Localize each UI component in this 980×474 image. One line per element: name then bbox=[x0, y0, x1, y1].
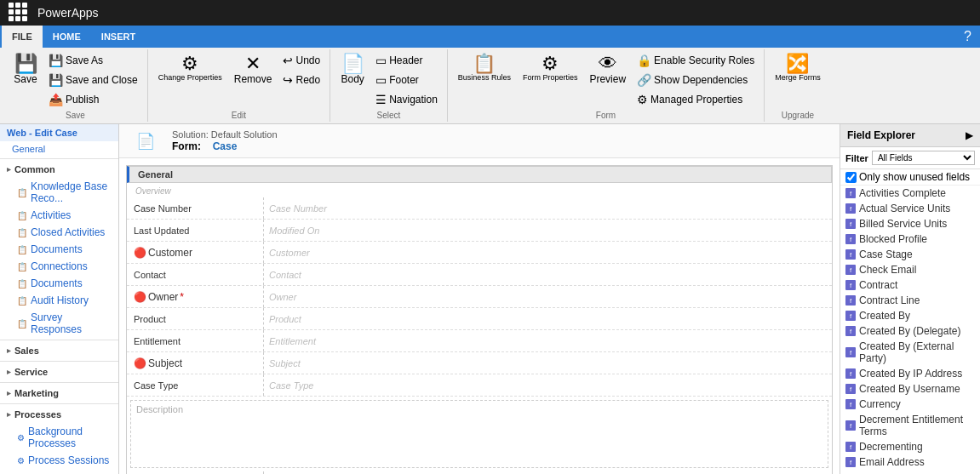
field-input-entitlement[interactable]: Entitlement bbox=[263, 330, 832, 351]
field-row-case-type: Case Type Case Type bbox=[127, 374, 832, 397]
field-item-11[interactable]: f Created By IP Address bbox=[840, 366, 980, 381]
field-input-product[interactable]: Product bbox=[263, 308, 832, 329]
change-properties-button[interactable]: ⚙ Change Properties bbox=[153, 51, 227, 85]
field-item-12[interactable]: f Created By Username bbox=[840, 381, 980, 397]
ribbon: 💾 Save 💾 Save As 💾 Save and Close 📤 Publ… bbox=[0, 48, 980, 124]
edit-col: ↩ Undo ↪ Redo bbox=[278, 51, 324, 89]
field-item-5[interactable]: f Check Email bbox=[840, 262, 980, 277]
enable-security-button[interactable]: 🔒 Enable Security Roles bbox=[633, 51, 759, 70]
save-group-buttons: 💾 Save 💾 Save As 💾 Save and Close 📤 Publ… bbox=[9, 51, 142, 109]
field-input-case-type[interactable]: Case Type bbox=[263, 374, 832, 396]
field-explorer-title: Field Explorer bbox=[847, 129, 915, 141]
field-item-7[interactable]: f Contract Line bbox=[840, 293, 980, 308]
tab-file[interactable]: FILE bbox=[2, 26, 43, 48]
field-item-1[interactable]: f Actual Service Units bbox=[840, 201, 980, 216]
waffle-icon[interactable] bbox=[9, 3, 29, 23]
body-button[interactable]: 📄 Body bbox=[335, 51, 370, 89]
undo-button[interactable]: ↩ Undo bbox=[278, 51, 324, 70]
nav-item-activities[interactable]: 📋 Activities bbox=[0, 207, 118, 224]
merge-forms-button[interactable]: 🔀 Merge Forms bbox=[770, 51, 826, 85]
nav-section-marketing[interactable]: Marketing bbox=[0, 385, 118, 402]
nav-item-process-sessions[interactable]: ⚙ Process Sessions bbox=[0, 452, 118, 469]
business-rules-button[interactable]: 📋 Business Rules bbox=[453, 51, 516, 85]
select-group-buttons: 📄 Body ▭ Header ▭ Footer ☰ Navigation bbox=[335, 51, 442, 109]
form-properties-button[interactable]: ⚙ Form Properties bbox=[518, 51, 583, 85]
field-item-2[interactable]: f Billed Service Units bbox=[840, 216, 980, 231]
nav-item-audit[interactable]: 📋 Audit History bbox=[0, 292, 118, 309]
required-icon-customer: 🔴 bbox=[134, 247, 146, 259]
form-section-header: General bbox=[127, 166, 832, 183]
field-list: f Activities Complete f Actual Service U… bbox=[840, 186, 980, 474]
save-button[interactable]: 💾 Save bbox=[9, 51, 43, 89]
nav-section-processes[interactable]: Processes bbox=[0, 406, 118, 423]
field-input-subject[interactable]: Subject bbox=[263, 352, 832, 374]
managed-icon: ⚙ bbox=[637, 93, 648, 106]
field-item-6[interactable]: f Contract bbox=[840, 277, 980, 293]
right-panel: Field Explorer ▶ Filter All Fields Requi… bbox=[840, 124, 980, 474]
filter-select[interactable]: All Fields Required Fields Custom Fields bbox=[872, 151, 975, 165]
nav-item-closed-activities[interactable]: 📋 Closed Activities bbox=[0, 224, 118, 241]
nav-item-connections[interactable]: 📋 Connections bbox=[0, 258, 118, 275]
activities-icon: 📋 bbox=[17, 211, 27, 220]
field-item-3[interactable]: f Blocked Profile bbox=[840, 231, 980, 247]
nav-general-link[interactable]: General bbox=[0, 141, 118, 157]
redo-button[interactable]: ↪ Redo bbox=[278, 71, 324, 89]
remove-button[interactable]: ✕ Remove bbox=[229, 51, 278, 89]
footer-icon: ▭ bbox=[375, 73, 387, 87]
field-icon-8: f bbox=[845, 311, 856, 321]
preview-button[interactable]: 👁 Preview bbox=[584, 51, 631, 89]
field-row-contact: Contact Contact bbox=[127, 264, 832, 286]
save-as-button[interactable]: 💾 Save As bbox=[44, 51, 142, 70]
navigation-button[interactable]: ☰ Navigation bbox=[371, 90, 442, 109]
nav-section-sales[interactable]: Sales bbox=[0, 342, 118, 359]
tab-insert[interactable]: INSERT bbox=[91, 26, 146, 48]
audit-icon: 📋 bbox=[17, 296, 27, 306]
field-explorer-expand-icon[interactable]: ▶ bbox=[966, 129, 973, 141]
ribbon-group-form: 📋 Business Rules ⚙ Form Properties 👁 Pre… bbox=[448, 49, 765, 122]
field-input-customer[interactable]: Customer bbox=[263, 242, 832, 263]
publish-button[interactable]: 📤 Publish bbox=[44, 90, 142, 109]
nav-item-documents1[interactable]: 📋 Documents bbox=[0, 241, 118, 258]
help-icon[interactable]: ? bbox=[957, 29, 978, 44]
field-item-14[interactable]: f Decrement Entitlement Terms bbox=[840, 412, 980, 439]
field-item-16[interactable]: f Email Address bbox=[840, 454, 980, 470]
change-props-icon: ⚙ bbox=[181, 54, 198, 73]
nav-item-documents2[interactable]: 📋 Documents bbox=[0, 275, 118, 292]
main-area: Web - Edit Case General Common 📋 Knowled… bbox=[0, 124, 980, 474]
field-item-10[interactable]: f Created By (External Party) bbox=[840, 339, 980, 366]
description-area[interactable]: Description bbox=[130, 400, 828, 468]
tab-home[interactable]: HOME bbox=[43, 26, 91, 48]
connections-icon: 📋 bbox=[17, 262, 27, 271]
nav-item-survey[interactable]: 📋 Survey Responses bbox=[0, 309, 118, 338]
show-dependencies-button[interactable]: 🔗 Show Dependencies bbox=[633, 71, 759, 89]
show-unused-checkbox[interactable] bbox=[845, 172, 857, 183]
field-input-last-updated[interactable]: Modified On bbox=[263, 220, 832, 241]
form-overview-label: Overview bbox=[127, 183, 832, 197]
managed-properties-button[interactable]: ⚙ Managed Properties bbox=[633, 90, 759, 109]
header-button[interactable]: ▭ Header bbox=[371, 51, 442, 70]
field-icon-15: f bbox=[845, 442, 856, 452]
field-input-contact[interactable]: Contact bbox=[263, 264, 832, 285]
nav-divider-3 bbox=[0, 361, 118, 362]
field-item-8[interactable]: f Created By bbox=[840, 308, 980, 323]
nav-item-knowledge[interactable]: 📋 Knowledge Base Reco... bbox=[0, 178, 118, 207]
nav-section-service[interactable]: Service bbox=[0, 363, 118, 380]
save-close-button[interactable]: 💾 Save and Close bbox=[44, 71, 142, 89]
field-label-owner: 🔴 Owner * bbox=[127, 286, 263, 307]
field-item-9[interactable]: f Created By (Delegate) bbox=[840, 323, 980, 339]
show-unused-label: Only show unused fields bbox=[859, 171, 970, 183]
field-icon-12: f bbox=[845, 384, 856, 394]
field-item-4[interactable]: f Case Stage bbox=[840, 247, 980, 262]
field-input-case-number[interactable]: Case Number bbox=[263, 197, 832, 219]
field-item-0[interactable]: f Activities Complete bbox=[840, 186, 980, 201]
field-filter-row: Filter All Fields Required Fields Custom… bbox=[840, 147, 980, 169]
field-label-subject: 🔴 Subject bbox=[127, 352, 263, 374]
field-input-owner[interactable]: Owner bbox=[263, 286, 832, 307]
field-label-entitlement: Entitlement bbox=[127, 330, 263, 351]
form-area: 📄 Solution: Default Solution Form: Case … bbox=[119, 124, 840, 474]
nav-item-bg-processes[interactable]: ⚙ Background Processes bbox=[0, 423, 118, 452]
footer-button[interactable]: ▭ Footer bbox=[371, 71, 442, 89]
nav-section-common[interactable]: Common bbox=[0, 161, 118, 178]
field-item-13[interactable]: f Currency bbox=[840, 397, 980, 412]
field-item-15[interactable]: f Decrementing bbox=[840, 439, 980, 454]
